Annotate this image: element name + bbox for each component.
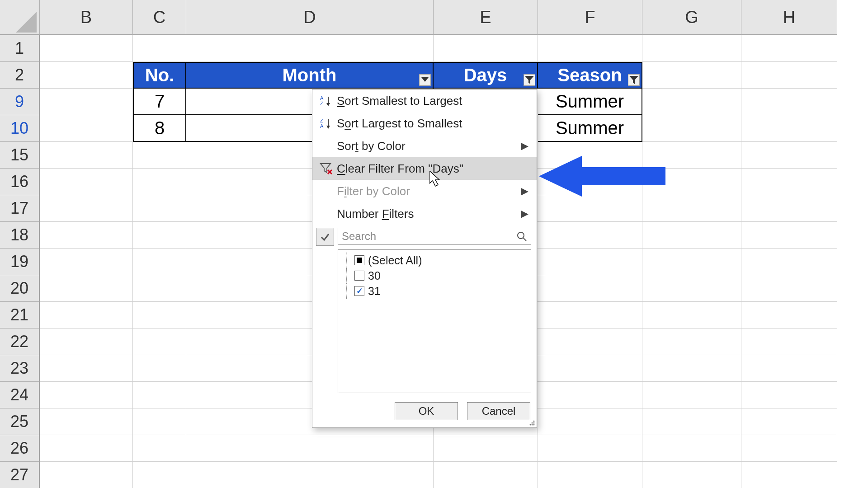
menu-clear-filter-label: Clear Filter From "Days" [335,162,528,176]
row-header-18[interactable]: 18 [0,222,40,249]
column-header-f[interactable]: F [538,0,642,35]
filter-button-days[interactable] [524,74,535,86]
row-header-27[interactable]: 27 [0,462,40,488]
row-header-9[interactable]: 9 [0,89,40,115]
filter-values-tree[interactable]: (Select All) 30 31 [338,249,531,393]
menu-sort-desc-label: Sort Largest to Smallest [335,117,528,131]
svg-point-20 [530,424,531,426]
svg-marker-1 [421,77,429,82]
row-header-16[interactable]: 16 [0,169,40,195]
clear-filter-icon [317,163,335,174]
column-headers-row: BCDEFGH [0,0,837,35]
menu-number-filters[interactable]: Number Filters ▶ [312,202,537,225]
menu-filter-color-label: Filter by Color [335,184,521,198]
annotation-arrow-icon [539,156,670,206]
header-days[interactable]: Days [434,62,538,89]
column-header-g[interactable]: G [642,0,741,35]
filter-button-month[interactable] [419,74,431,86]
menu-filter-color: Filter by Color ▶ [312,180,537,202]
svg-text:Z: Z [320,101,323,106]
chevron-right-icon: ▶ [521,185,528,197]
row-header-24[interactable]: 24 [0,382,40,408]
column-header-e[interactable]: E [434,0,538,35]
filter-active-icon [525,76,534,84]
sort-desc-icon: ZA [317,117,335,129]
svg-point-17 [533,421,535,422]
filter-dropdown: AZ Sort Smallest to Largest ZA Sort Larg… [312,89,537,428]
ok-button[interactable]: OK [395,402,458,420]
checkbox-checked-icon[interactable] [354,286,364,296]
column-header-h[interactable]: H [741,0,837,35]
chevron-right-icon: ▶ [521,140,528,152]
header-month-label: Month [283,65,337,85]
cancel-button[interactable]: Cancel [467,402,530,420]
svg-text:A: A [320,95,324,101]
header-season-label: Season [557,65,622,85]
check-icon [320,232,330,242]
svg-point-19 [533,422,535,424]
svg-point-15 [518,232,524,239]
row-header-1[interactable]: 1 [0,35,40,62]
select-all-triangle-icon [16,12,37,33]
svg-text:Z: Z [320,118,323,123]
svg-point-22 [533,424,535,426]
row-header-23[interactable]: 23 [0,355,40,382]
select-all-corner[interactable] [0,0,40,35]
cell-season-r2[interactable]: Summer [538,115,642,142]
menu-sort-asc-label: Sort Smallest to Largest [335,94,528,108]
svg-marker-7 [326,103,330,106]
menu-sort-color[interactable]: Sort by Color ▶ [312,135,537,157]
svg-marker-0 [16,12,37,33]
row-header-20[interactable]: 20 [0,275,40,302]
header-season[interactable]: Season [538,62,642,89]
row-header-21[interactable]: 21 [0,302,40,328]
column-header-d[interactable]: D [186,0,434,35]
multiselect-toggle[interactable] [316,228,334,246]
tree-select-all-label: (Select All) [368,254,422,267]
menu-sort-asc[interactable]: AZ Sort Smallest to Largest [312,89,537,112]
header-month[interactable]: Month [186,62,434,89]
tree-item-31-label: 31 [368,285,381,298]
svg-marker-23 [539,156,665,197]
cell-no-r2[interactable]: 8 [133,115,186,142]
column-header-c[interactable]: C [133,0,186,35]
resize-grip-icon[interactable] [529,420,535,426]
row-header-25[interactable]: 25 [0,408,40,435]
tree-select-all[interactable]: (Select All) [343,253,526,268]
search-placeholder: Search [342,230,516,243]
row-header-10[interactable]: 10 [0,115,40,142]
header-no[interactable]: No. [133,62,186,89]
svg-line-16 [523,238,526,241]
menu-clear-filter[interactable]: Clear Filter From "Days" [312,157,537,180]
menu-sort-color-label: Sort by Color [335,139,521,153]
header-days-label: Days [464,65,507,85]
checkbox-mixed-icon[interactable] [354,255,364,265]
svg-point-18 [532,422,533,424]
menu-sort-desc[interactable]: ZA Sort Largest to Smallest [312,112,537,135]
row-header-19[interactable]: 19 [0,249,40,275]
row-header-22[interactable]: 22 [0,328,40,355]
dropdown-arrow-icon [421,77,429,83]
sort-asc-icon: AZ [317,95,335,107]
cell-no-r1[interactable]: 7 [133,89,186,115]
cell-season-r1[interactable]: Summer [538,89,642,115]
search-icon [516,231,527,242]
tree-item-31[interactable]: 31 [343,283,526,299]
row-header-2[interactable]: 2 [0,62,40,89]
filter-search-input[interactable]: Search [338,228,531,245]
svg-point-21 [532,424,533,426]
row-header-15[interactable]: 15 [0,142,40,169]
checkbox-unchecked-icon[interactable] [354,271,364,281]
row-header-26[interactable]: 26 [0,435,40,462]
row-headers: 1291015161718192021222324252627 [0,35,40,488]
column-header-b[interactable]: B [40,0,133,35]
row-header-17[interactable]: 17 [0,195,40,222]
tree-item-30[interactable]: 30 [343,268,526,283]
tree-item-30-label: 30 [368,269,381,282]
filter-button-season[interactable] [628,74,640,86]
svg-marker-11 [326,126,330,129]
svg-text:A: A [320,123,324,129]
chevron-right-icon: ▶ [521,208,528,220]
menu-number-filters-label: Number Filters [335,207,521,221]
svg-marker-3 [629,76,638,84]
